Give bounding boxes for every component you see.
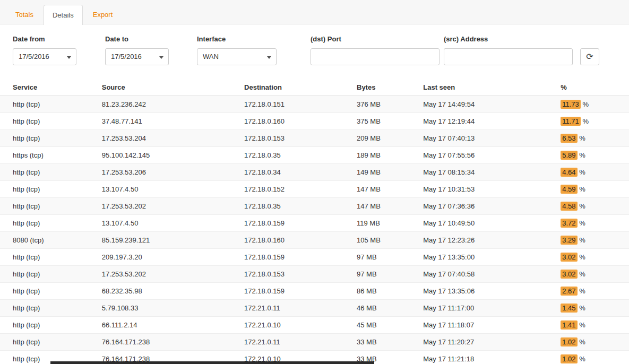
col-source: Source (98, 79, 240, 96)
percent-badge: 3.02 (561, 253, 577, 262)
cell-last-seen: May 17 13:35:06 (419, 283, 556, 300)
table-row: 8080 (tcp)85.159.239.121172.18.0.160105 … (0, 232, 629, 249)
cell-destination: 172.18.0.159 (240, 215, 352, 232)
tab-totals[interactable]: Totals (6, 4, 42, 24)
cell-source: 17.253.53.206 (98, 164, 240, 181)
table-row: http (tcp)17.253.53.202172.18.0.15397 MB… (0, 266, 629, 283)
cell-service: http (tcp) (0, 249, 98, 266)
chevron-down-icon (159, 56, 163, 59)
table-row: http (tcp)209.197.3.20172.18.0.15997 MBM… (0, 249, 629, 266)
cell-source: 85.159.239.121 (98, 232, 240, 249)
table-row: http (tcp)81.23.236.242172.18.0.151376 M… (0, 96, 629, 113)
interface-select[interactable]: WAN (197, 48, 277, 65)
cell-percent: 4.59 % (556, 181, 629, 198)
cell-source: 17.253.53.202 (98, 198, 240, 215)
cell-source: 37.48.77.141 (98, 113, 240, 130)
cell-service: http (tcp) (0, 164, 98, 181)
cell-destination: 172.18.0.159 (240, 283, 352, 300)
cell-percent: 3.02 % (556, 266, 629, 283)
date-to-select[interactable]: 17/5/2016 (105, 48, 169, 65)
col-service: Service (0, 79, 98, 96)
date-to-value: 17/5/2016 (111, 53, 142, 60)
cell-destination: 172.21.0.11 (240, 334, 352, 351)
percent-badge: 2.67 (561, 287, 577, 296)
cell-last-seen: May 17 13:35:00 (419, 249, 556, 266)
cell-source: 13.107.4.50 (98, 181, 240, 198)
date-from-label: Date from (13, 35, 105, 43)
cell-service: http (tcp) (0, 198, 98, 215)
percent-badge: 5.89 (561, 151, 577, 160)
src-address-label: (src) Address (444, 35, 573, 43)
cell-destination: 172.18.0.35 (240, 147, 352, 164)
cell-bytes: 97 MB (352, 266, 419, 283)
cell-source: 66.111.2.14 (98, 317, 240, 334)
interface-label: Interface (197, 35, 311, 43)
dst-port-input[interactable] (311, 48, 440, 65)
cell-last-seen: May 17 12:19:44 (419, 113, 556, 130)
cell-service: http (tcp) (0, 181, 98, 198)
cell-service: http (tcp) (0, 215, 98, 232)
table-row: https (tcp)95.100.142.145172.18.0.35189 … (0, 147, 629, 164)
table-row: http (tcp)66.111.2.14172.21.0.1045 MBMay… (0, 317, 629, 334)
cell-percent: 3.72 % (556, 215, 629, 232)
percent-badge: 1.02 (561, 337, 577, 346)
percent-badge: 3.72 (561, 219, 577, 228)
cell-service: http (tcp) (0, 96, 98, 113)
date-from-value: 17/5/2016 (19, 53, 49, 60)
tab-details[interactable]: Details (44, 4, 83, 24)
cell-service: http (tcp) (0, 334, 98, 351)
interface-value: WAN (203, 53, 219, 60)
cell-percent: 4.58 % (556, 198, 629, 215)
cell-percent: 1.45 % (556, 300, 629, 317)
cell-source: 17.253.53.204 (98, 130, 240, 147)
cell-last-seen: May 17 07:55:56 (419, 147, 556, 164)
cell-percent: 11.71 % (556, 113, 629, 130)
table-body: http (tcp)81.23.236.242172.18.0.151376 M… (0, 96, 629, 364)
chevron-down-icon (267, 56, 271, 59)
chevron-down-icon (67, 56, 71, 59)
table-row: http (tcp)13.107.4.50172.18.0.152147 MBM… (0, 181, 629, 198)
insight-details-page: Totals Details Export Date from 17/5/201… (0, 0, 629, 364)
cell-source: 76.164.171.238 (98, 334, 240, 351)
cell-last-seen: May 17 12:23:26 (419, 232, 556, 249)
tab-export[interactable]: Export (84, 4, 122, 24)
cell-bytes: 149 MB (352, 164, 419, 181)
filter-interface: Interface WAN (197, 35, 311, 65)
src-address-input[interactable] (444, 48, 573, 65)
table-header: Service Source Destination Bytes Last se… (0, 79, 629, 96)
cell-service: http (tcp) (0, 283, 98, 300)
cell-bytes: 147 MB (352, 198, 419, 215)
cell-service: http (tcp) (0, 130, 98, 147)
cell-destination: 172.18.0.160 (240, 232, 352, 249)
cell-service: http (tcp) (0, 113, 98, 130)
cell-last-seen: May 17 11:18:07 (419, 317, 556, 334)
cell-bytes: 376 MB (352, 96, 419, 113)
cell-last-seen: May 17 07:36:36 (419, 198, 556, 215)
cell-bytes: 375 MB (352, 113, 419, 130)
cell-bytes: 33 MB (352, 334, 419, 351)
cell-bytes: 119 MB (352, 215, 419, 232)
cell-source: 17.253.53.202 (98, 266, 240, 283)
col-percent: % (556, 79, 629, 96)
date-to-label: Date to (105, 35, 197, 43)
cell-destination: 172.21.0.10 (240, 317, 352, 334)
refresh-button[interactable]: ⟳ (580, 48, 599, 65)
cell-last-seen: May 17 14:49:54 (419, 96, 556, 113)
percent-badge: 6.53 (561, 134, 577, 143)
percent-badge: 11.73 (561, 100, 581, 109)
tab-export-label[interactable]: Export (84, 4, 122, 24)
cell-percent: 3.29 % (556, 232, 629, 249)
date-from-select[interactable]: 17/5/2016 (13, 48, 76, 65)
tab-bar: Totals Details Export (0, 0, 629, 24)
cell-percent: 11.73 % (556, 96, 629, 113)
cell-destination: 172.18.0.159 (240, 249, 352, 266)
table-row: http (tcp)5.79.108.33172.21.0.1146 MBMay… (0, 300, 629, 317)
col-destination: Destination (240, 79, 352, 96)
cell-destination: 172.18.0.151 (240, 96, 352, 113)
col-last-seen: Last seen (419, 79, 556, 96)
tab-totals-label[interactable]: Totals (6, 4, 42, 24)
cell-service: http (tcp) (0, 266, 98, 283)
refresh-wrap: ⟳ (580, 48, 599, 65)
tab-details-label[interactable]: Details (44, 5, 83, 25)
percent-badge: 4.58 (561, 202, 577, 211)
